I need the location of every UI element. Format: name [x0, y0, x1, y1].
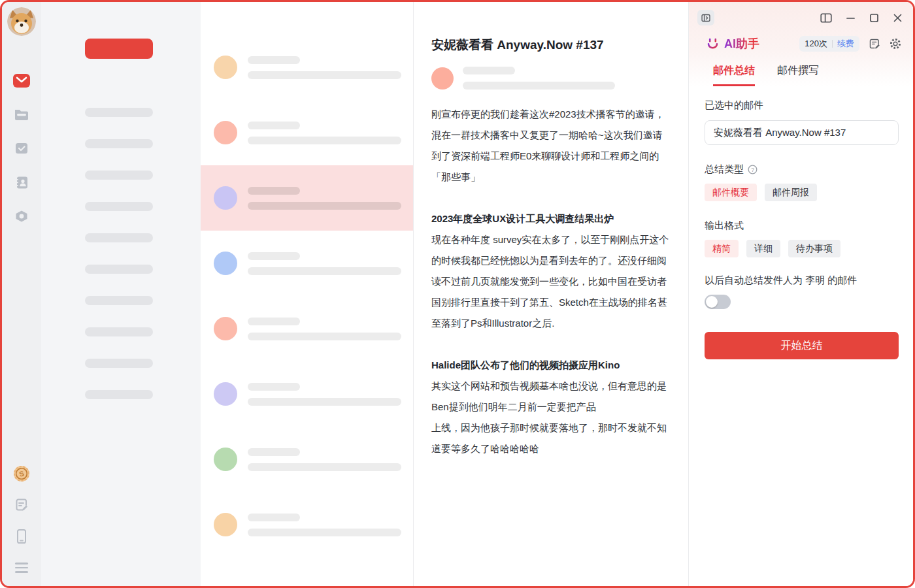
selected-mail-label: 已选中的邮件 [705, 99, 899, 112]
folder-skeleton-bar [85, 265, 153, 274]
auto-summary-toggle[interactable] [705, 295, 731, 309]
contacts-icon [14, 176, 29, 189]
ai-settings-button[interactable] [890, 38, 901, 50]
mail-paragraph: 上线，因为他孩子那时候就要落地了，那时不发就不知道要等多久了哈哈哈哈哈 [431, 417, 670, 459]
renew-link[interactable]: 续费 [837, 38, 854, 50]
ai-smile-icon [706, 38, 720, 50]
coin-icon: S [13, 465, 30, 482]
mail-section: Halide团队公布了他们的视频拍摄应用Kino其实这个网站和预告视频基本啥也没… [431, 355, 670, 459]
chip-邮件概要[interactable]: 邮件概要 [705, 184, 757, 201]
ai-logo-row: AI助手 120次 续费 [697, 36, 903, 52]
nav-settings[interactable] [13, 208, 30, 224]
mail-section-heading: 2023年度全球UX设计工具大调查结果出炉 [431, 208, 670, 229]
mail-section: 刚宣布停更的我们趁着这次#2023技术播客节的邀请，混在一群技术播客中又复更了一… [431, 104, 670, 188]
mail-content: 安妮薇看看 Anyway.Now #137 刚宣布停更的我们趁着这次#2023技… [414, 2, 689, 586]
list-item[interactable] [201, 35, 413, 100]
list-skeleton [248, 122, 401, 144]
output-format-chips: 精简详细待办事项 [705, 240, 899, 257]
list-item[interactable] [201, 296, 413, 361]
folder-sidebar [41, 2, 201, 586]
list-avatar [214, 252, 237, 275]
list-skeleton [248, 383, 401, 406]
chip-待办事项[interactable]: 待办事项 [788, 240, 840, 257]
chip-邮件周报[interactable]: 邮件周报 [765, 184, 817, 201]
list-item[interactable] [201, 427, 413, 492]
list-avatar [214, 121, 237, 144]
ai-assistant-panel: AI助手 120次 续费 [689, 2, 913, 586]
window-controls-row [697, 10, 903, 25]
folder-skeleton-bar [85, 390, 153, 399]
list-skeleton [248, 448, 401, 471]
collapse-panel-icon [701, 13, 710, 23]
minimize-button[interactable] [846, 13, 856, 23]
mail-title: 安妮薇看看 Anyway.Now #137 [431, 38, 670, 52]
rewards-coin[interactable]: S [13, 466, 30, 482]
help-icon[interactable]: ? [748, 165, 757, 174]
sender-avatar[interactable] [431, 67, 454, 90]
nav-contacts[interactable] [13, 174, 30, 190]
maximize-icon [869, 13, 879, 23]
mail-paragraph: 刚宣布停更的我们趁着这次#2023技术播客节的邀请，混在一群技术播客中又复更了一… [431, 104, 670, 188]
list-avatar [214, 382, 237, 406]
maximize-button[interactable] [869, 13, 879, 23]
folder-skeleton-bar [85, 327, 153, 336]
mail-app: S [2, 2, 913, 586]
start-summary-button[interactable]: 开始总结 [705, 332, 899, 359]
list-avatar [214, 186, 237, 210]
hamburger-icon [15, 563, 28, 572]
folder-skeleton-bar [85, 171, 153, 180]
chip-详细[interactable]: 详细 [746, 240, 780, 257]
dog-avatar-image [7, 7, 36, 36]
tab-邮件总结[interactable]: 邮件总结 [713, 64, 755, 86]
selected-mail-input[interactable] [705, 120, 899, 145]
summary-type-row: 总结类型 ? [705, 163, 899, 176]
compose-button[interactable] [85, 39, 153, 59]
user-avatar[interactable] [7, 7, 36, 36]
list-skeleton [248, 56, 401, 79]
list-skeleton [248, 514, 401, 536]
list-avatar [214, 56, 237, 79]
list-item[interactable] [201, 492, 413, 557]
close-button[interactable] [893, 13, 903, 23]
more-menu[interactable] [13, 560, 30, 576]
mail-list [201, 2, 414, 586]
task-check-icon [14, 142, 29, 155]
summary-type-chips: 邮件概要邮件周报 [705, 184, 899, 201]
icon-rail: S [2, 2, 41, 586]
list-item[interactable] [201, 361, 413, 427]
close-icon [893, 13, 903, 23]
chip-精简[interactable]: 精简 [705, 240, 739, 257]
mobile-app[interactable] [13, 529, 30, 544]
list-skeleton [248, 318, 401, 340]
list-skeleton [248, 187, 401, 210]
ai-compose-note-button[interactable] [869, 38, 880, 50]
list-item[interactable] [201, 231, 413, 296]
credits-divider [832, 40, 833, 48]
mail-paragraph: 现在各种年度 survey实在太多了，以至于刚刚点开这个的时候我都已经恍惚以为是… [431, 229, 670, 334]
list-item[interactable] [201, 165, 413, 231]
collapse-panel-button[interactable] [697, 10, 714, 25]
svg-text:?: ? [751, 167, 754, 173]
rail-footer: S [13, 466, 30, 576]
nav-tasks[interactable] [13, 140, 30, 156]
mail-icon [13, 74, 30, 88]
split-view-button[interactable] [820, 13, 832, 23]
nav-mail[interactable] [13, 73, 30, 88]
nav-folders[interactable] [13, 106, 30, 122]
app-window-frame: S [0, 0, 915, 588]
mail-section-heading: Halide团队公布了他们的视频拍摄应用Kino [431, 355, 670, 376]
mail-section: 2023年度全球UX设计工具大调查结果出炉现在各种年度 survey实在太多了，… [431, 208, 670, 334]
tab-邮件撰写[interactable]: 邮件撰写 [777, 64, 819, 86]
credits-pill[interactable]: 120次 续费 [799, 36, 859, 52]
list-avatar [214, 448, 237, 471]
folder-skeleton-bar [85, 139, 153, 148]
notes-shortcut[interactable] [13, 497, 30, 513]
mail-paragraph: 其实这个网站和预告视频基本啥也没说，但有意思的是Ben提到他们明年二月前一定要把… [431, 376, 670, 417]
auto-summary-text: 以后自动总结发件人为 李明 的邮件 [705, 274, 899, 287]
toggle-knob [706, 296, 718, 308]
settings-nut-icon [14, 210, 29, 223]
ai-form: 已选中的邮件 总结类型 ? 邮件概要邮件周报 输出格式 精简详细待办事项 以后自… [689, 86, 913, 359]
list-item[interactable] [201, 100, 413, 165]
ai-panel-header: AI助手 120次 续费 [689, 2, 913, 86]
note-edit-icon [14, 498, 29, 512]
